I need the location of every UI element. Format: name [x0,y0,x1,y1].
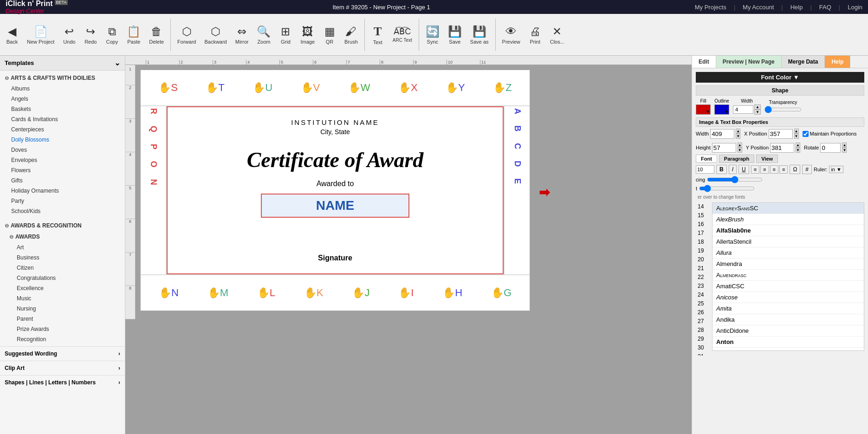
font-almendrasc[interactable]: Almendrasc [713,270,864,281]
tab-help[interactable]: Help [825,56,850,68]
special-chars-button[interactable]: # [802,165,812,174]
align-right-button[interactable]: ≡ [770,165,778,174]
redo-button[interactable]: ↪ Redo [80,23,101,46]
width-down[interactable]: ▼ [754,110,761,115]
size-22[interactable]: 22 [696,273,712,282]
width-input[interactable] [733,105,753,114]
forward-button[interactable]: ⬡ Forward [174,23,200,46]
size-16[interactable]: 16 [696,220,712,229]
tab-paragraph[interactable]: Paragraph [719,155,754,163]
sidebar-item-congratulations[interactable]: Congratulations [0,273,125,283]
shapes-lines-section[interactable]: Shapes | Lines | Letters | Numbers › [0,375,125,389]
x-pos-up[interactable]: ▲ [794,129,799,134]
arc-text-button[interactable]: A͡B͡C ARC Text [389,25,416,45]
font-amaticsc[interactable]: AmatiCSC [713,281,864,292]
sidebar-item-business[interactable]: Business [0,253,125,263]
size-25[interactable]: 25 [696,299,712,308]
x-position-input[interactable] [769,129,793,139]
omega-button[interactable]: Ω [790,165,800,174]
bold-button[interactable]: B [716,165,727,174]
underline-button[interactable]: U [738,165,749,174]
my-account-link[interactable]: My Account [743,4,774,11]
align-left-button[interactable]: ≡ [751,165,759,174]
size-29[interactable]: 29 [696,335,712,343]
y-position-input[interactable] [770,143,794,153]
size-20[interactable]: 20 [696,255,712,264]
maintain-proportions-checkbox[interactable] [803,131,809,137]
size-27[interactable]: 27 [696,317,712,326]
size-30[interactable]: 30 [696,343,712,352]
sidebar-item-citizen[interactable]: Citizen [0,263,125,273]
faq-link[interactable]: FAQ [819,4,831,11]
fill-dropdown-arrow[interactable]: ▼ [706,109,710,114]
sidebar-item-art[interactable]: Art [0,242,125,253]
tab-view[interactable]: View [756,155,778,163]
fill-color-swatch[interactable]: ▼ [696,104,711,115]
ruler-unit-select[interactable]: in ▼ [829,166,843,173]
tab-edit[interactable]: Edit [692,56,716,68]
undo-button[interactable]: ↩ Undo [59,23,79,46]
my-projects-link[interactable]: My Projects [695,4,726,11]
mirror-button[interactable]: ⇔ Mirror [232,23,253,46]
cert-name-box[interactable]: NAME [261,194,409,218]
align-justify-button[interactable]: ≡ [779,165,788,174]
suggested-wording-section[interactable]: Suggested Wording › [0,346,125,361]
clip-art-section[interactable]: Clip Art › [0,361,125,375]
font-andika[interactable]: Andika [713,314,864,325]
sidebar-item-envelopes[interactable]: Envelopes [0,155,125,165]
font-size-input[interactable] [696,165,714,174]
grid-button[interactable]: ⊞ Grid [275,23,296,46]
sidebar-item-baskets[interactable]: Baskets [0,104,125,114]
rotate-input[interactable] [820,143,841,153]
size-23[interactable]: 23 [696,282,712,291]
size-19[interactable]: 19 [696,246,712,255]
kerning-slider[interactable] [699,185,755,192]
awards-subcategory[interactable]: ⊖ AWARDS [0,231,125,242]
delete-button[interactable]: 🗑 Delete [145,23,168,46]
save-button[interactable]: 💾 Save [444,23,466,46]
sidebar-item-party[interactable]: Party [0,196,125,206]
width-up[interactable]: ▲ [754,104,761,110]
sidebar-item-cards[interactable]: Cards & Invitations [0,114,125,124]
sidebar-item-prize-awards[interactable]: Prize Awards [0,324,125,334]
rotate-down[interactable]: ▼ [842,148,847,153]
tab-font[interactable]: Font [696,155,717,163]
sidebar-item-excellence[interactable]: Excellence [0,283,125,293]
font-alegreyasanssc[interactable]: AlegreySansSC [713,203,864,214]
font-anton[interactable]: Anton [713,337,864,348]
image-button[interactable]: 🖼 Image [297,23,318,46]
sidebar-item-recognition[interactable]: Recognition [0,334,125,344]
zoom-button[interactable]: 🔍 Zoom [253,23,274,46]
sidebar-collapse-icon[interactable]: ⌄ [114,58,120,67]
font-almendra[interactable]: Almendra [713,259,864,270]
paste-button[interactable]: 📋 Paste [123,23,144,46]
sync-button[interactable]: 🔄 Sync [422,23,443,46]
font-alexbrush[interactable]: AlexBrush [713,214,864,225]
y-pos-up[interactable]: ▲ [796,143,800,148]
sidebar-item-nursing[interactable]: Nursing [0,304,125,314]
preview-button[interactable]: 👁 Preview [499,23,524,46]
sidebar-item-music[interactable]: Music [0,293,125,304]
sidebar-item-albums[interactable]: Albums [0,84,125,94]
width-property[interactable] [710,129,734,139]
spacing-slider[interactable] [707,176,763,183]
sidebar-item-parent[interactable]: Parent [0,314,125,324]
size-31[interactable]: 31 [696,352,712,356]
y-pos-down[interactable]: ▼ [796,148,800,153]
sidebar-item-centerpieces[interactable]: Centerpieces [0,124,125,135]
size-24[interactable]: 24 [696,291,712,299]
x-pos-down[interactable]: ▼ [794,134,799,139]
font-arial[interactable]: Arial [713,348,864,351]
font-amita[interactable]: Amita [713,303,864,314]
width-prop-up[interactable]: ▲ [736,129,740,134]
sidebar-item-holiday[interactable]: Holiday Ornaments [0,186,125,196]
sidebar-item-doily-blossoms[interactable]: Doily Blossoms [0,135,125,145]
size-17[interactable]: 17 [696,229,712,238]
rotate-up[interactable]: ▲ [842,143,847,148]
awards-category[interactable]: ⊖ AWARDS & RECOGNITION [0,220,125,231]
size-21[interactable]: 21 [696,264,712,273]
tab-merge-data[interactable]: Merge Data [782,56,825,68]
sidebar-item-flowers[interactable]: Flowers [0,165,125,175]
sidebar-item-angels[interactable]: Angels [0,94,125,104]
close-button[interactable]: ✕ Clos... [546,23,568,46]
